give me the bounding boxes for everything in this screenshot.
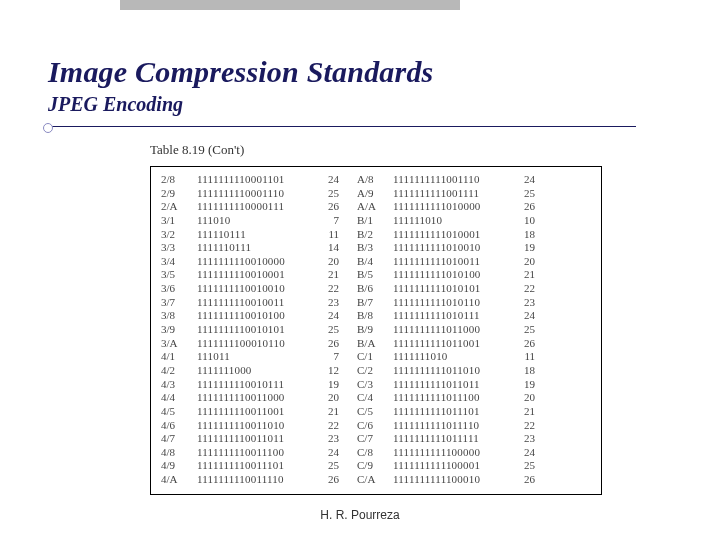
table-cell-runsize: 4/7 — [161, 432, 189, 445]
table-cell-runsize: B/8 — [357, 309, 385, 322]
table-cell-length: 26 — [317, 337, 339, 350]
table-cell-length: 19 — [317, 378, 339, 391]
table-cell-length: 20 — [317, 391, 339, 404]
table-cell-code: 1111111111011010 — [393, 364, 505, 377]
table-cell-length: 23 — [317, 296, 339, 309]
table-cell-length: 24 — [317, 446, 339, 459]
table-cell-code: 1111111110011011 — [197, 432, 309, 445]
table-cell-code: 1111111110010100 — [197, 309, 309, 322]
table-cell-runsize: C/4 — [357, 391, 385, 404]
table-cell-length: 24 — [513, 309, 535, 322]
top-decoration — [0, 0, 720, 22]
table-cell-code: 1111111110011001 — [197, 405, 309, 418]
table-cell-code: 1111111110011010 — [197, 419, 309, 432]
table-cell-length: 19 — [513, 241, 535, 254]
table-cell-runsize: 4/3 — [161, 378, 189, 391]
table-cell-runsize: C/9 — [357, 459, 385, 472]
table-cell-code: 111010 — [197, 214, 309, 227]
table-cell-code: 1111111111001111 — [393, 187, 505, 200]
table-cell-code: 1111111111011001 — [393, 337, 505, 350]
table-cell-runsize: C/2 — [357, 364, 385, 377]
table-cell-runsize: 2/A — [161, 200, 189, 213]
table-cell-code: 1111111110000111 — [197, 200, 309, 213]
table-cell-runsize: C/8 — [357, 446, 385, 459]
table-cell-runsize: 4/8 — [161, 446, 189, 459]
table-cell-runsize: 3/3 — [161, 241, 189, 254]
table-cell-length: 21 — [317, 405, 339, 418]
table-cell-runsize: C/6 — [357, 419, 385, 432]
table-cell-length: 21 — [317, 268, 339, 281]
table-cell-runsize: 4/5 — [161, 405, 189, 418]
table-cell-length: 18 — [513, 228, 535, 241]
table-cell-code: 1111111111010000 — [393, 200, 505, 213]
table-cell-code: 1111111110010011 — [197, 296, 309, 309]
table-cell-length: 25 — [317, 323, 339, 336]
table-cell-length: 20 — [513, 391, 535, 404]
table-right-column: A/8111111111100111024A/91111111111001111… — [357, 173, 535, 486]
table-cell-runsize: C/A — [357, 473, 385, 486]
table-cell-runsize: 3/2 — [161, 228, 189, 241]
table-cell-code: 1111111111100000 — [393, 446, 505, 459]
table-cell-runsize: B/3 — [357, 241, 385, 254]
table-cell-runsize: 4/2 — [161, 364, 189, 377]
table-cell-runsize: A/A — [357, 200, 385, 213]
table-cell-runsize: 2/9 — [161, 187, 189, 200]
table-cell-code: 1111111111011100 — [393, 391, 505, 404]
table-cell-code: 1111111111010100 — [393, 268, 505, 281]
table-cell-code: 1111111010 — [393, 350, 505, 363]
table-cell-code: 1111111111010001 — [393, 228, 505, 241]
table-cell-runsize: 4/A — [161, 473, 189, 486]
table-cell-code: 1111111111010111 — [393, 309, 505, 322]
table-cell-runsize: 4/6 — [161, 419, 189, 432]
table-cell-length: 25 — [317, 459, 339, 472]
table-cell-length: 26 — [513, 473, 535, 486]
table-cell-length: 24 — [317, 309, 339, 322]
page-subtitle: JPEG Encoding — [48, 93, 720, 116]
table-cell-runsize: B/6 — [357, 282, 385, 295]
table-cell-length: 26 — [317, 200, 339, 213]
table-cell-runsize: 3/1 — [161, 214, 189, 227]
table-cell-runsize: B/7 — [357, 296, 385, 309]
rule-dot-icon — [43, 123, 53, 133]
table-cell-length: 26 — [513, 200, 535, 213]
table-cell-runsize: C/3 — [357, 378, 385, 391]
table-cell-length: 24 — [317, 173, 339, 186]
table-cell-runsize: 2/8 — [161, 173, 189, 186]
code-table: 2/81111111110001101242/91111111110001110… — [150, 166, 602, 495]
rule-line — [46, 126, 636, 127]
table-cell-length: 7 — [317, 350, 339, 363]
table-cell-code: 1111111111011111 — [393, 432, 505, 445]
table-cell-length: 25 — [317, 187, 339, 200]
table-cell-code: 1111111111011000 — [393, 323, 505, 336]
table-cell-length: 22 — [513, 282, 535, 295]
table-cell-code: 1111111110011101 — [197, 459, 309, 472]
table-cell-code: 1111111111010110 — [393, 296, 505, 309]
table-cell-length: 25 — [513, 459, 535, 472]
table-cell-runsize: 3/A — [161, 337, 189, 350]
table-cell-runsize: B/2 — [357, 228, 385, 241]
table-cell-code: 1111111000 — [197, 364, 309, 377]
table-cell-code: 1111111110010000 — [197, 255, 309, 268]
table-cell-runsize: 4/9 — [161, 459, 189, 472]
table-cell-code: 111110111 — [197, 228, 309, 241]
table-cell-code: 1111111111011011 — [393, 378, 505, 391]
table-cell-code: 1111111110010111 — [197, 378, 309, 391]
table-cell-length: 22 — [317, 282, 339, 295]
table-cell-length: 23 — [513, 432, 535, 445]
table-cell-runsize: 4/4 — [161, 391, 189, 404]
table-cell-runsize: A/9 — [357, 187, 385, 200]
table-cell-length: 19 — [513, 378, 535, 391]
footer-author: H. R. Pourreza — [0, 508, 720, 522]
table-cell-code: 1111111111010010 — [393, 241, 505, 254]
table-cell-length: 18 — [513, 364, 535, 377]
table-cell-length: 11 — [513, 350, 535, 363]
table-cell-code: 1111111111100001 — [393, 459, 505, 472]
grey-strip — [120, 0, 460, 10]
table-cell-length: 21 — [513, 405, 535, 418]
table-cell-code: 1111111111011101 — [393, 405, 505, 418]
table-cell-length: 10 — [513, 214, 535, 227]
table-cell-length: 20 — [317, 255, 339, 268]
table-cell-length: 21 — [513, 268, 535, 281]
table-cell-length: 12 — [317, 364, 339, 377]
table-cell-runsize: 4/1 — [161, 350, 189, 363]
